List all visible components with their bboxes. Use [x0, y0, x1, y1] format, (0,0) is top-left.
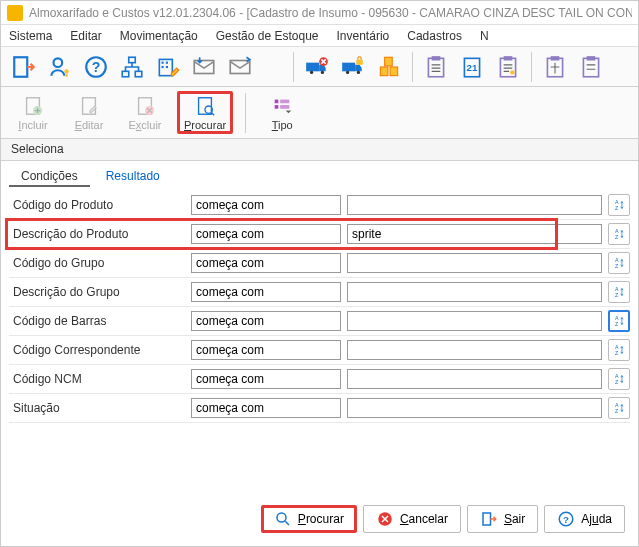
filter-operator-select[interactable]: começa com: [191, 253, 341, 273]
svg-rect-47: [280, 105, 289, 109]
filter-row: Descrição do Grupocomeça comAZ: [9, 278, 630, 307]
sort-az-icon: AZ: [612, 198, 626, 212]
sort-button[interactable]: AZ: [608, 368, 630, 390]
menu-editar[interactable]: Editar: [70, 29, 101, 43]
menu-movimentacao[interactable]: Movimentação: [120, 29, 198, 43]
sort-button[interactable]: AZ: [608, 397, 630, 419]
tool-clipboard-alt1-icon[interactable]: [538, 50, 572, 84]
sort-az-icon: AZ: [612, 401, 626, 415]
tool-clipboard-ledger-icon[interactable]: [491, 50, 525, 84]
tool-hierarchy-icon[interactable]: [115, 50, 149, 84]
svg-text:Z: Z: [615, 321, 619, 327]
tool-mail-out-icon[interactable]: [223, 50, 257, 84]
svg-rect-22: [356, 59, 363, 64]
sort-az-icon: AZ: [612, 256, 626, 270]
tool-truck-cancel-icon[interactable]: [300, 50, 334, 84]
sort-button[interactable]: AZ: [608, 252, 630, 274]
action-editar: Editar: [65, 91, 113, 134]
filter-operator-select[interactable]: começa com: [191, 224, 341, 244]
sort-az-icon: AZ: [612, 285, 626, 299]
svg-point-2: [64, 69, 68, 73]
filter-value-input[interactable]: [347, 398, 602, 418]
svg-rect-35: [583, 58, 598, 76]
svg-point-64: [277, 513, 286, 522]
sort-button[interactable]: AZ: [608, 281, 630, 303]
filter-row: Situaçãocomeça comAZ: [9, 394, 630, 423]
app-icon: [7, 5, 23, 21]
filter-value-input[interactable]: [347, 253, 602, 273]
footer-procurar-button[interactable]: Procurar: [261, 505, 357, 533]
filter-operator-select[interactable]: começa com: [191, 282, 341, 302]
svg-text:A: A: [615, 344, 619, 350]
svg-text:21: 21: [467, 62, 478, 73]
filter-label: Código NCM: [9, 372, 185, 386]
filter-value-input[interactable]: [347, 282, 602, 302]
svg-text:A: A: [615, 228, 619, 234]
tab-condicoes[interactable]: Condições: [9, 165, 90, 187]
sort-button[interactable]: AZ: [608, 194, 630, 216]
svg-text:Z: Z: [615, 263, 619, 269]
menu-gestao-estoque[interactable]: Gestão de Estoque: [216, 29, 319, 43]
svg-text:?: ?: [563, 514, 569, 525]
tab-resultado[interactable]: Resultado: [94, 165, 172, 187]
svg-text:?: ?: [92, 59, 101, 75]
filter-operator-select[interactable]: começa com: [191, 340, 341, 360]
footer-ajuda-button[interactable]: ? Ajuda: [544, 505, 625, 533]
tool-boxes-icon[interactable]: [372, 50, 406, 84]
menu-sistema[interactable]: Sistema: [9, 29, 52, 43]
svg-rect-15: [306, 62, 319, 71]
svg-point-16: [310, 70, 313, 73]
action-tipo[interactable]: Tipo: [258, 91, 306, 134]
action-procurar[interactable]: Procurar: [177, 91, 233, 134]
filter-operator-select[interactable]: começa com: [191, 311, 341, 331]
tabs: Condições Resultado: [1, 161, 638, 187]
svg-rect-14: [230, 60, 250, 73]
sort-button[interactable]: AZ: [608, 223, 630, 245]
sort-az-icon: AZ: [612, 343, 626, 357]
svg-text:A: A: [615, 373, 619, 379]
filter-operator-select[interactable]: começa com: [191, 369, 341, 389]
filter-operator-select[interactable]: começa com: [191, 195, 341, 215]
tool-help-icon[interactable]: ?: [79, 50, 113, 84]
filter-label: Código de Barras: [9, 314, 185, 328]
svg-rect-10: [166, 61, 168, 63]
filter-operator-select[interactable]: começa com: [191, 398, 341, 418]
filter-value-input[interactable]: [347, 340, 602, 360]
tool-user-key-icon[interactable]: [43, 50, 77, 84]
svg-rect-0: [14, 57, 27, 77]
sort-az-icon: AZ: [612, 227, 626, 241]
svg-point-32: [510, 70, 514, 74]
svg-text:Z: Z: [615, 234, 619, 240]
svg-text:A: A: [615, 286, 619, 292]
svg-text:Z: Z: [615, 408, 619, 414]
sort-button[interactable]: AZ: [608, 310, 630, 332]
footer-cancelar-button[interactable]: Cancelar: [363, 505, 461, 533]
tool-clipboard-alt2-icon[interactable]: [574, 50, 608, 84]
menu-n[interactable]: N: [480, 29, 489, 43]
svg-text:A: A: [615, 315, 619, 321]
filter-value-input[interactable]: [347, 311, 602, 331]
tool-clipboard-lines-icon[interactable]: [419, 50, 453, 84]
sort-button[interactable]: AZ: [608, 339, 630, 361]
svg-rect-26: [428, 58, 443, 76]
svg-text:Z: Z: [615, 350, 619, 356]
tool-truck-lock-icon[interactable]: [336, 50, 370, 84]
filter-label: Código Correspondente: [9, 343, 185, 357]
filter-row: Descrição do Produtocomeça comAZ: [9, 220, 630, 249]
filter-value-input[interactable]: [347, 369, 602, 389]
filter-value-input[interactable]: [347, 195, 602, 215]
tool-exit-icon[interactable]: [7, 50, 41, 84]
svg-rect-45: [280, 100, 289, 104]
svg-rect-39: [83, 98, 96, 115]
svg-point-20: [346, 70, 349, 73]
footer-sair-button[interactable]: Sair: [467, 505, 538, 533]
tool-clipboard-21-icon[interactable]: 21: [455, 50, 489, 84]
menu-inventario[interactable]: Inventário: [337, 29, 390, 43]
filters-panel: Código do Produtocomeça comAZDescrição d…: [1, 187, 638, 427]
filter-value-input[interactable]: [347, 224, 602, 244]
svg-rect-13: [194, 60, 214, 73]
tool-building-edit-icon[interactable]: [151, 50, 185, 84]
svg-rect-6: [122, 71, 129, 76]
tool-mail-in-icon[interactable]: [187, 50, 221, 84]
menu-cadastros[interactable]: Cadastros: [407, 29, 462, 43]
